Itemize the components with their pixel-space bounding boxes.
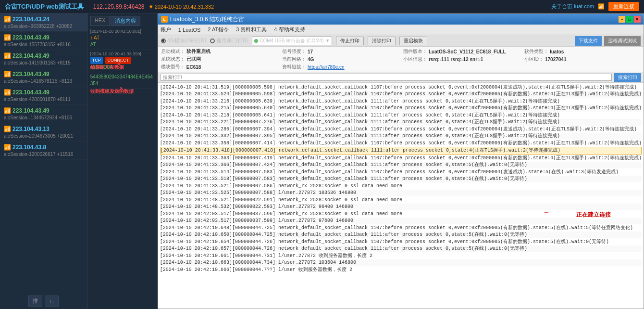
sidebar-session-5: aloSession--1344572934 +8106 <box>4 115 84 120</box>
log-line: [2024-10-10 20:42:10.650][000000044.725]… <box>160 232 642 239</box>
menu-account[interactable]: 账户 <box>161 26 171 33</box>
spec-signal: 信号强度： 17 <box>282 48 398 55</box>
sidebar-item-6[interactable]: 📶223.104.43.13 aloSession-2094673005 +20… <box>0 123 87 142</box>
remote-debug-button[interactable]: 远程调试测试 <box>604 36 641 46</box>
spec-firmware: 固件版本： LuatOS-SoC_V1112_EC618_FULL <box>403 48 520 55</box>
sidebar-item-1[interactable]: 📶223.104.43.49 aloSession-1557783152 +81… <box>0 32 87 50</box>
top-bar-right: 关于合宙-luat.com 📶 重新连接 <box>551 2 639 11</box>
sidebar-ip-3: 223.104.43.49 <box>12 71 50 77</box>
radio-serial-label: 通用串口打印 <box>216 37 248 44</box>
radio-usb-dot <box>161 39 166 43</box>
menu-luatos[interactable]: 1 LuatOS <box>178 27 200 33</box>
action-buttons: 下载支件 远程调试测试 <box>575 36 641 46</box>
spec-network2: 当前网络： 4G <box>282 56 398 63</box>
com-status-dot <box>254 39 258 43</box>
log-data-1: 41540D0A <box>90 64 155 71</box>
stop-print-button[interactable]: 停止打印 <box>336 37 364 45</box>
log-line: [2024-10-10 20:41:48.532][000000022.593]… <box>160 204 642 211</box>
spec-type: 软件类型： luatos <box>524 48 641 55</box>
main-layout: 📶223.104.43.24 aloSession--963952228 +20… <box>0 13 644 309</box>
firmware-value: LuatOS-SoC_V1112_EC618_FULL <box>429 49 506 54</box>
log-at-indicator: ↑ AT <box>90 35 155 41</box>
menu-help[interactable]: 4 帮助和支持 <box>274 26 305 33</box>
clear-print-button[interactable]: 清除打印 <box>368 37 396 45</box>
log-line: [2024-10-10 20:41:33.521][000000007.586]… <box>160 182 642 190</box>
sidebar-session-3: aloSession--1416578115 +8113 <box>4 78 84 84</box>
chevron-down-icon: ▼ <box>325 38 330 43</box>
menu-tools[interactable]: 3 资料和工具 <box>236 26 267 33</box>
sidebar-sort-button[interactable]: 排 <box>28 296 42 307</box>
radio-serial[interactable]: 通用串口打印 <box>210 37 248 44</box>
restart-module-button[interactable]: 重启模块 <box>399 37 427 45</box>
search-input[interactable] <box>161 74 612 81</box>
sidebar-item-2[interactable]: 📶223.104.43.49 aloSession-1419301163 +81… <box>0 50 87 68</box>
luatools-window: L Luatools_3.0.6 陆功耗纯合宙 － □ ✕ 账户 1 LuatO… <box>158 13 644 309</box>
com-selector[interactable]: COM4 USB 串行设备 (COM4) ▼ <box>252 37 332 45</box>
wifi-icon-3: 📶 <box>4 71 11 77</box>
network2-label: 当前网络： <box>282 56 306 63</box>
radio-usb-label: 4G模块USB打印 <box>167 37 206 44</box>
sidebar-item-3[interactable]: 📶223.104.43.49 aloSession--1416578115 +8… <box>0 68 87 87</box>
spec-resource: 资料链接： https://air780e.cn <box>282 64 398 70</box>
middle-log: [2024-10-10 20:42:10.081] ↑ AT AT [2024-… <box>90 28 155 89</box>
sidebar-scroll-button[interactable]: ↑↓ <box>45 296 59 307</box>
log-line: [2024-10-10 20:42:10.663][000000044.734]… <box>160 259 642 267</box>
wifi-icon-7: 📶 <box>4 144 11 151</box>
wifi-icon-0: 📶 <box>4 16 11 23</box>
com-port-label: COM4 USB 串行设备 (COM4) <box>260 38 323 44</box>
annotation-recv: 收到模组发送的数据 <box>90 88 134 95</box>
log-line: [2024-10-10 20:41:33.286][000000007.394]… <box>160 126 642 133</box>
server-ip: 112.125.89.8:46428 <box>93 3 145 10</box>
tab-hex[interactable]: HEX <box>90 16 110 26</box>
log-entry-2: 54435802043347484E4E454354 <box>90 74 155 89</box>
radio-usb[interactable]: 4G模块USB打印 <box>161 37 206 44</box>
lua-titlebar: L Luatools_3.0.6 陆功耗纯合宙 － □ ✕ <box>158 14 644 25</box>
wifi-icon-6: 📶 <box>4 126 11 132</box>
cellid-label: 小区ID： <box>524 56 544 63</box>
wifi-icon-4: 📶 <box>4 89 11 96</box>
log-line: [2024-10-10 20:41:33.514][000000007.583]… <box>160 168 642 176</box>
sidebar-item-4[interactable]: 📶223.104.43.49 aloSession-4200001870 +81… <box>0 87 87 105</box>
sidebar-session-7: aloSession-1200026617 +11516 <box>4 152 84 157</box>
log-time-0: [2024-10-10 20:42:10.081] <box>90 28 155 35</box>
reconnect-button[interactable]: 重新连接 <box>608 2 639 11</box>
wifi-icon-5: 📶 <box>4 107 11 114</box>
menu-at[interactable]: 2 AT指令 <box>208 26 229 33</box>
maximize-button[interactable]: □ <box>626 16 633 23</box>
model-label: 模块型号： <box>161 64 185 70</box>
sidebar-ip-4: 223.104.43.49 <box>12 89 50 96</box>
middle-panel: HEX 消息内容 [2024-10-10 20:42:10.081] ↑ AT … <box>88 13 158 309</box>
log-line: [2024-10-10 20:41:33.525][000000007.588]… <box>160 190 642 197</box>
signal-label: 信号强度： <box>282 48 306 55</box>
tab-message[interactable]: 消息内容 <box>111 16 140 26</box>
spec-region: 小区信息： rsrq:-111 rsrq:-12 snr:-1 <box>403 56 520 63</box>
log-line: [2024-10-10 20:41:33.332][000000007.395]… <box>160 133 642 140</box>
sidebar-ip-5: 223.104.43.49 <box>12 107 50 114</box>
log-area[interactable]: [2024-10-10 20:41:31.519][000000005.598]… <box>158 83 644 309</box>
close-button[interactable]: ✕ <box>634 16 641 23</box>
sidebar-session-6: aloSession-2094673005 +20021 <box>4 133 84 139</box>
status-value: 已联网 <box>186 56 201 63</box>
log-line: [2024-10-10 20:41:33.218][000000005.641]… <box>160 112 642 119</box>
log-line: [2024-10-10 20:41:33.418][000000007.418]… <box>160 147 642 155</box>
log-entry-1: [2024-10-10 20:41:33.399] TCP CONNECT 41… <box>90 51 155 72</box>
log-line: [2024-10-10 20:41:33.215][000000005.640]… <box>160 105 642 112</box>
log-line: [2024-10-10 20:41:31.519][000000005.598]… <box>160 84 642 91</box>
sidebar-item-5[interactable]: 📶223.104.43.49 aloSession--1344572934 +8… <box>0 105 87 123</box>
spec-cellid: 小区ID： 17027041 <box>524 56 641 63</box>
type-label: 软件类型： <box>524 48 548 55</box>
luatcom-link[interactable]: 关于合宙-luat.com <box>551 3 594 10</box>
log-data-0: AT <box>90 41 155 48</box>
download-button[interactable]: 下载支件 <box>575 36 602 46</box>
log-line: [2024-10-10 20:41:33.518][000000007.583]… <box>160 176 642 183</box>
sidebar-item-0[interactable]: 📶223.104.43.24 aloSession--963952228 +20… <box>0 13 87 32</box>
device-info-bar: 4G模块USB打印 通用串口打印 COM4 USB 串行设备 (COM4) ▼ … <box>158 35 644 47</box>
sidebar-item-7[interactable]: 📶223.104.43.8 aloSession-1200026617 +115… <box>0 142 87 160</box>
sidebar-ip-6: 223.104.43.13 <box>12 126 50 132</box>
minimize-button[interactable]: － <box>619 16 625 23</box>
search-button[interactable]: 搜索打印 <box>614 73 641 82</box>
resource-link[interactable]: https://air780e.cn <box>308 64 345 70</box>
app-title: 合宙TCP/UDP web测试工具 <box>5 2 84 11</box>
log-line: [2024-10-10 20:42:10.648][000000044.725]… <box>160 224 642 232</box>
lua-window-title: Luatools_3.0.6 陆功耗纯合宙 <box>170 15 244 24</box>
